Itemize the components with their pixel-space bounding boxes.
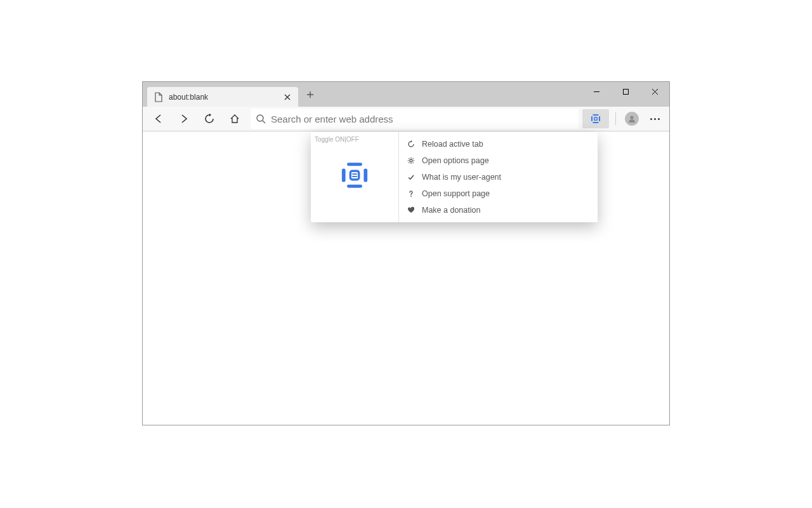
tab-title: about:blank	[169, 93, 282, 102]
popup-left-panel: Toggle ON|OFF	[311, 132, 399, 222]
search-icon	[256, 114, 266, 124]
toggle-label: Toggle ON|OFF	[311, 136, 359, 143]
extension-popup: Toggle ON|OFF Reload active tab	[311, 132, 598, 222]
tab-close-button[interactable]	[282, 91, 293, 103]
toolbar-divider	[615, 112, 616, 125]
toggle-button[interactable]	[340, 161, 369, 190]
new-tab-button[interactable]	[301, 85, 320, 104]
profile-button[interactable]	[621, 109, 643, 129]
svg-point-1	[257, 115, 263, 121]
svg-rect-2	[594, 117, 598, 121]
back-button[interactable]	[147, 109, 171, 129]
menu-reload-tab[interactable]: Reload active tab	[399, 136, 598, 152]
extension-button[interactable]	[582, 109, 609, 128]
toolbar	[143, 107, 669, 131]
titlebar: about:blank	[143, 82, 669, 107]
home-button[interactable]	[223, 109, 247, 129]
check-icon	[407, 173, 416, 181]
more-icon	[650, 118, 660, 120]
forward-button[interactable]	[172, 109, 196, 129]
svg-line-15	[409, 163, 409, 163]
svg-rect-4	[350, 171, 358, 179]
menu-label: What is my user-agent	[422, 173, 501, 182]
svg-point-7	[410, 159, 412, 162]
heart-icon	[407, 206, 416, 214]
tab-active[interactable]: about:blank	[147, 87, 298, 107]
gear-icon	[407, 157, 416, 164]
menu-what-useragent[interactable]: What is my user-agent	[399, 169, 598, 185]
menu-label: Reload active tab	[422, 140, 483, 149]
menu-open-options[interactable]: Open options page	[399, 152, 598, 169]
more-menu-button[interactable]	[644, 109, 665, 129]
svg-point-3	[630, 116, 633, 119]
maximize-button[interactable]	[611, 82, 640, 101]
reload-icon	[407, 140, 416, 148]
avatar-icon	[625, 112, 639, 126]
svg-line-12	[409, 158, 409, 159]
window-controls	[582, 82, 669, 101]
svg-rect-0	[623, 89, 628, 94]
address-input[interactable]	[271, 114, 573, 124]
close-button[interactable]	[640, 82, 669, 101]
menu-open-support[interactable]: Open support page	[399, 185, 598, 202]
svg-line-13	[413, 163, 414, 163]
svg-point-16	[410, 196, 412, 197]
minimize-button[interactable]	[582, 82, 611, 101]
menu-label: Make a donation	[422, 206, 480, 215]
refresh-button[interactable]	[197, 109, 221, 129]
menu-label: Open options page	[422, 156, 489, 165]
menu-label: Open support page	[422, 189, 490, 198]
popup-menu: Reload active tab Open options page What…	[399, 132, 598, 222]
page-icon	[154, 92, 164, 102]
question-icon	[407, 190, 416, 197]
address-bar[interactable]	[251, 109, 579, 129]
menu-donate[interactable]: Make a donation	[399, 202, 598, 218]
svg-line-14	[413, 158, 414, 159]
